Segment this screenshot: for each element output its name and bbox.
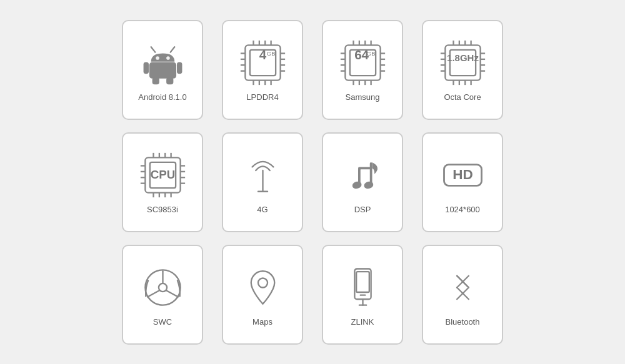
maps-label: Maps (252, 317, 272, 327)
bluetooth-label: Bluetooth (446, 317, 480, 327)
ram64-icon: 64 GB (338, 37, 388, 87)
svg-line-99 (148, 290, 159, 297)
card-zlink: ZLINK (322, 245, 403, 345)
music-icon (338, 150, 388, 200)
card-lpddr4: 4 GB LPDDR4 (222, 20, 303, 120)
4g-label: 4G (257, 205, 268, 214)
svg-line-0 (151, 47, 155, 52)
svg-rect-6 (177, 62, 182, 74)
svg-text:HD: HD (452, 167, 473, 182)
card-bluetooth: Bluetooth (422, 245, 503, 345)
hd-icon: HD (438, 150, 488, 200)
android-label: Android 8.1.0 (138, 92, 186, 102)
svg-text:CPU: CPU (150, 168, 175, 181)
card-swc: SWC (122, 245, 203, 345)
svg-text:1.8GHz: 1.8GHz (447, 52, 479, 62)
svg-line-1 (170, 47, 174, 52)
ram4-icon: 4 GB (238, 37, 288, 87)
zlink-icon (338, 262, 388, 312)
svg-rect-104 (356, 272, 369, 292)
svg-rect-5 (143, 62, 148, 74)
octacore-label: Octa Core (444, 92, 481, 102)
svg-point-2 (156, 56, 159, 60)
zlink-label: ZLINK (351, 317, 374, 327)
lpddr4-label: LPDDR4 (246, 92, 278, 102)
maps-icon (238, 262, 288, 312)
svg-text:4: 4 (259, 47, 266, 61)
svg-rect-4 (149, 62, 176, 78)
card-android: Android 8.1.0 (122, 20, 203, 120)
card-sc9853i: CPU SC9853i (122, 132, 203, 232)
svg-text:GB: GB (366, 51, 375, 57)
cpu18ghz-icon: 1.8GHz (438, 37, 488, 87)
card-4g: 4G (222, 132, 303, 232)
android-icon (138, 37, 188, 87)
svg-rect-7 (152, 77, 159, 84)
svg-point-101 (258, 278, 268, 287)
steering-icon (138, 262, 188, 312)
card-resolution: HD 1024*600 (422, 132, 503, 232)
card-maps: Maps (222, 245, 303, 345)
svg-point-92 (351, 180, 362, 190)
card-dsp: DSP (322, 132, 403, 232)
sc9853i-label: SC9853i (147, 205, 178, 214)
card-samsung: 64 GB Samsung (322, 20, 403, 120)
cpu-icon: CPU (138, 150, 188, 200)
svg-point-90 (363, 180, 374, 190)
svg-rect-8 (166, 77, 173, 84)
samsung-label: Samsung (346, 92, 380, 102)
resolution-label: 1024*600 (445, 205, 480, 214)
dsp-label: DSP (354, 205, 371, 214)
svg-rect-89 (369, 162, 372, 184)
card-octacore: 1.8GHz Octa Core (422, 20, 503, 120)
svg-text:GB: GB (266, 51, 275, 57)
features-grid: Android 8.1.0 (122, 20, 503, 345)
swc-label: SWC (153, 317, 172, 327)
svg-line-100 (166, 290, 178, 297)
svg-point-3 (166, 56, 170, 60)
svg-rect-93 (358, 167, 372, 169)
4g-icon (238, 150, 288, 200)
bluetooth-icon (438, 262, 488, 312)
